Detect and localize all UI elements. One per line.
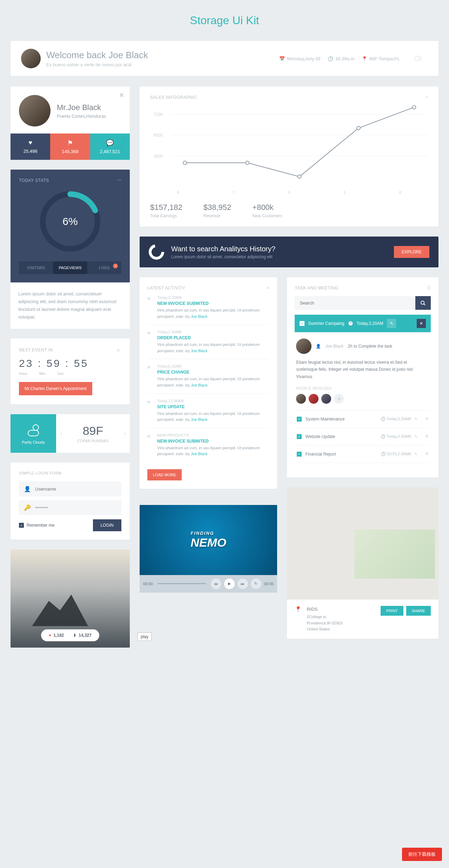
- share-icon[interactable]: ↗: [424, 95, 428, 100]
- today-stats-title: TODAY STATS: [19, 178, 49, 183]
- timeline-dot: [147, 297, 150, 300]
- timeline-dot: [147, 435, 150, 438]
- edit-button[interactable]: ✎: [387, 319, 396, 328]
- login-form: SIMPLE LOGIN FORM 👤 🔑 ✓Remember me LOGIN: [11, 463, 130, 540]
- load-more-button[interactable]: LOAD MORE: [147, 469, 182, 480]
- header-location: 📍 86F-Tampa,FL: [362, 56, 400, 61]
- weather-temp: 89F: [83, 424, 103, 438]
- edit-icon[interactable]: ✎: [414, 434, 418, 439]
- download-icon: ⬇: [73, 633, 76, 638]
- rocket-icon: ✈: [266, 286, 270, 291]
- password-input[interactable]: [35, 505, 116, 510]
- weather-desc: Partly Cloudy: [22, 440, 45, 444]
- add-icon[interactable]: +: [425, 433, 429, 440]
- add-icon[interactable]: +: [425, 415, 429, 423]
- cloud-icon: [25, 423, 42, 437]
- metric-customers: +800k: [252, 203, 282, 212]
- video-poster[interactable]: FINDINGFINDING NEMONEMO: [140, 505, 277, 575]
- tab-visitors[interactable]: VISITORS: [19, 261, 53, 274]
- stat-comments[interactable]: 💬2,487,521: [90, 134, 130, 160]
- heart-icon: ♥: [11, 139, 50, 146]
- sales-chart-card: SALES INFOGRAPHIC↗ 7200 6000 4800 87558 …: [140, 87, 438, 227]
- next-button[interactable]: ⏭: [237, 579, 248, 589]
- close-button[interactable]: ✕: [417, 319, 426, 328]
- event-button[interactable]: Mr.Charles Darwin's Appointment: [19, 382, 92, 395]
- task-row[interactable]: ✓ System Maintenance 🕐 Today,3.20AM ✎ +: [296, 410, 429, 428]
- tab-logs[interactable]: LOGS3: [87, 261, 121, 274]
- play-button[interactable]: ▶: [224, 579, 235, 589]
- add-person-button[interactable]: +: [334, 394, 344, 404]
- task-row[interactable]: ✓ Website Update 🕐 Today,3.20AM ✎ +: [296, 428, 429, 445]
- checkbox-icon[interactable]: ✓: [297, 417, 302, 422]
- avatar[interactable]: [309, 394, 319, 404]
- video-player: FINDINGFINDING NEMONEMO 00:00 ⏮ ▶ ⏭ ↻ 00…: [140, 505, 277, 593]
- svg-point-14: [150, 246, 163, 258]
- heart-icon: ♥: [49, 633, 51, 638]
- avatar[interactable]: [321, 394, 331, 404]
- avatar: [21, 49, 41, 68]
- checkbox-icon[interactable]: ✓: [297, 434, 302, 439]
- avatar[interactable]: [296, 394, 306, 404]
- activity-author[interactable]: Joe Black: [191, 383, 208, 387]
- timeline-dot: [147, 332, 150, 334]
- username-input[interactable]: [35, 486, 116, 492]
- explore-button[interactable]: EXPLORE: [394, 246, 429, 258]
- pie-icon: [149, 244, 164, 260]
- header-date: 📅 Monday,July 02: [279, 56, 321, 61]
- task-title: TASK AND MEETING: [295, 286, 338, 291]
- video-time-start: 00:00: [143, 582, 153, 586]
- explore-title: Want to search Analitycs History?: [171, 245, 275, 253]
- remember-checkbox[interactable]: ✓Remember me: [19, 523, 54, 528]
- tab-pageviews[interactable]: PAGEVIEWS: [53, 261, 87, 274]
- prev-button[interactable]: ⏮: [211, 579, 221, 589]
- chevron-left-icon[interactable]: ‹: [60, 430, 62, 437]
- task-header: ✓ Summer Campaing 🕐 Today,3.20AM ✎ ✕: [295, 315, 431, 332]
- task-card: TASK AND MEETING☰ ✓ Summer Campaing 🕐 To…: [287, 277, 438, 478]
- profile-card: ✕ Mr.Joe Black Puerto Cortes,Honduras ♥2…: [11, 87, 130, 160]
- search-button[interactable]: [415, 296, 431, 310]
- header-time: 🕐 10.30a.m: [328, 56, 355, 61]
- activity-item: Today,2.45AM ORDER PLACED Viris phaedrum…: [147, 325, 269, 359]
- profile-location: Puerto Cortes,Honduras: [57, 114, 106, 119]
- pin-icon: 📍: [295, 606, 302, 613]
- stat-likes[interactable]: ♥25,498: [11, 134, 50, 160]
- svg-point-12: [357, 127, 360, 130]
- settings-button[interactable]: [407, 48, 428, 69]
- activity-title: LATEST ACTIVITY: [147, 286, 185, 291]
- weather-city: COPAN RUNINAS: [77, 439, 108, 443]
- metric-earnings: $157,182: [150, 203, 182, 212]
- map[interactable]: [287, 487, 438, 600]
- edit-icon[interactable]: ✎: [414, 452, 418, 457]
- add-icon[interactable]: +: [425, 450, 429, 458]
- print-button[interactable]: PRINT: [381, 606, 403, 616]
- video-time-end: 00:45: [264, 582, 274, 586]
- activity-author[interactable]: Joe Black: [191, 417, 208, 422]
- stat-flags[interactable]: ⚑145,369: [50, 134, 90, 160]
- share-button[interactable]: SHARE: [406, 606, 431, 616]
- chevron-right-icon[interactable]: ›: [124, 430, 126, 437]
- svg-point-9: [183, 161, 187, 165]
- edit-icon[interactable]: ✎: [414, 417, 418, 422]
- activity-author[interactable]: Joe Black: [191, 314, 208, 319]
- task-row[interactable]: ✓ Financial Report 🕐 02/15,2.20AM ✎ +: [296, 445, 429, 463]
- map-card: 📍 RIDS 2College st Providence,Ri 02903 U…: [287, 487, 438, 639]
- activity-author[interactable]: Joe Black: [191, 452, 208, 456]
- chart-icon: 〰: [117, 178, 122, 183]
- activity-item: Today,12.06AM SITE UPDATE Viris phaedrum…: [147, 394, 269, 428]
- explore-sub: Lorem ipsum dolor sit amet, consectetur …: [171, 254, 275, 259]
- login-button[interactable]: LOGIN: [93, 519, 121, 531]
- metric-revenue: $38,952: [203, 203, 232, 212]
- photo-likes[interactable]: ♥1,182: [49, 633, 64, 638]
- task-search-input[interactable]: [295, 296, 415, 310]
- svg-point-11: [298, 175, 301, 178]
- play-tag: play: [138, 633, 152, 641]
- list-icon[interactable]: ☰: [427, 286, 431, 291]
- photo-downloads[interactable]: ⬇14,327: [73, 633, 92, 638]
- checkbox-icon[interactable]: ✓: [297, 452, 302, 457]
- activity-author[interactable]: Joe Black: [191, 349, 208, 353]
- repeat-button[interactable]: ↻: [251, 579, 261, 589]
- close-icon[interactable]: ✕: [119, 91, 124, 99]
- tab-content: Lorem ipsum dolor sit amet, consectetuer…: [11, 282, 130, 329]
- chat-icon: 💬: [90, 139, 130, 147]
- flag-icon: ⚑: [50, 139, 90, 147]
